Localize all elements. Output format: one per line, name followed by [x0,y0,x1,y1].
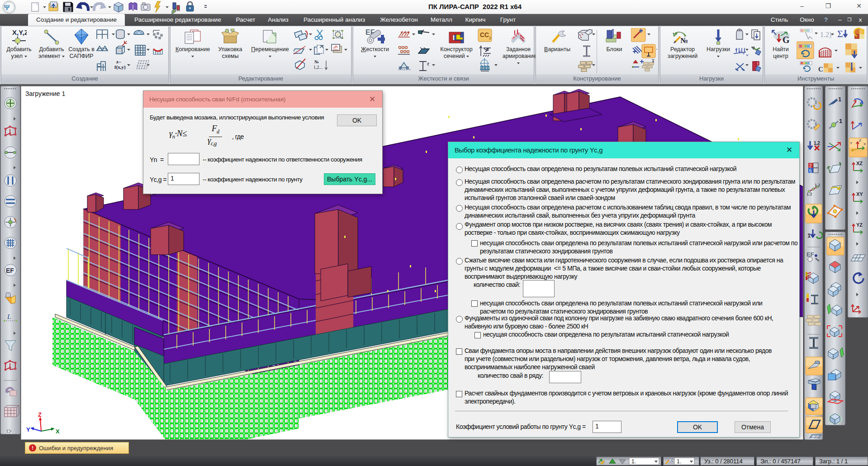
svg-text:XY: XY [856,191,863,197]
svg-text:f(x,y): f(x,y) [114,64,126,70]
svg-text:2: 2 [809,163,812,168]
svg-text:Z: Z [859,138,861,143]
svg-text:X: X [863,142,866,146]
svg-text:Σ: Σ [837,28,843,39]
svg-text:№: № [314,59,319,64]
svg-text:1.: 1. [631,458,636,465]
svg-text:2: 2 [489,36,491,40]
svg-text:1.2: 1.2 [815,183,821,187]
svg-text:1: 1 [807,232,811,239]
svg-text:X,Y,Z: X,Y,Z [12,29,27,36]
svg-text:1.: 1. [677,458,681,465]
svg-text:X: X [56,428,60,435]
svg-text:Ψ: Ψ [4,4,10,11]
svg-text:1,2: 1,2 [814,141,820,146]
svg-text:z–: z– [116,59,121,64]
svg-text:№: № [680,36,688,45]
svg-text:1,2...: 1,2... [313,65,323,70]
svg-text:1: 1 [839,118,842,124]
svg-text:1.2): 1.2) [820,31,831,39]
svg-text:Y: Y [26,426,30,433]
svg-text:CC: CC [480,31,489,38]
svg-text:Y: Y [850,141,853,145]
svg-text:L: L [7,313,11,320]
svg-text:C: C [818,66,823,73]
svg-text:1: 1 [838,96,841,103]
svg-text:XZ: XZ [856,161,863,166]
svg-text:YZ: YZ [856,222,863,228]
svg-text:6: 6 [809,168,812,173]
svg-text:1.2: 1.2 [806,192,812,196]
svg-text:G: G [783,35,790,45]
svg-text:EF: EF [6,267,14,274]
svg-text:Z: Z [38,411,42,418]
